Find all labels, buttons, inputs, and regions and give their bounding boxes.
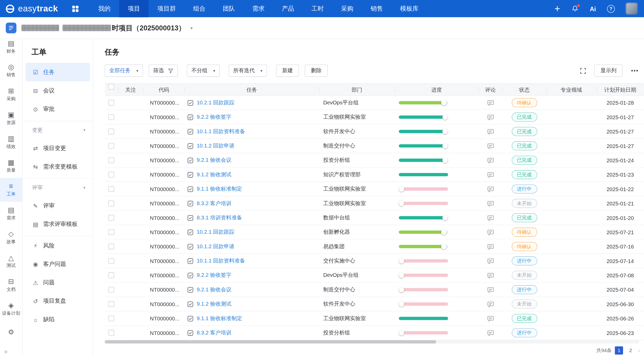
progress-slider[interactable] bbox=[399, 202, 448, 205]
task-link[interactable]: 10.2.1 回款跟踪 bbox=[197, 229, 234, 236]
nav-item-5[interactable]: 团队 bbox=[214, 0, 244, 17]
column-header-1[interactable]: 关注 bbox=[118, 84, 143, 96]
row-checkbox[interactable] bbox=[109, 244, 114, 249]
progress-slider[interactable] bbox=[399, 101, 448, 104]
row-checkbox[interactable] bbox=[109, 215, 114, 221]
progress-slider-knob[interactable] bbox=[441, 244, 447, 249]
progress-slider[interactable] bbox=[399, 303, 448, 306]
project-switcher-caret-icon[interactable]: ▾ bbox=[190, 25, 193, 31]
sidebar-item-review[interactable]: ✎ 评审 bbox=[25, 196, 90, 215]
progress-slider[interactable] bbox=[399, 317, 448, 320]
progress-slider[interactable] bbox=[399, 231, 448, 234]
task-scope-select[interactable]: 全部任务 bbox=[105, 64, 143, 77]
row-checkbox[interactable] bbox=[109, 157, 114, 163]
task-link[interactable]: 9.1.2 验收测试 bbox=[197, 300, 232, 308]
row-checkbox[interactable] bbox=[109, 258, 114, 264]
sidebar-item-requirement-review-template[interactable]: ▤ 需求评审模板 bbox=[25, 215, 90, 233]
rail-item-requirements[interactable]: ▤ 需求 bbox=[0, 202, 22, 226]
progress-slider[interactable] bbox=[399, 331, 448, 334]
comment-icon[interactable] bbox=[487, 128, 494, 135]
comment-icon[interactable] bbox=[487, 286, 494, 293]
table-row[interactable]: NT000000... 9.2.1 验收会议 制造交付中心 进行中 2025-0… bbox=[105, 283, 644, 297]
progress-slider-knob[interactable] bbox=[442, 115, 448, 120]
task-link[interactable]: 10.1.1 回款资料准备 bbox=[197, 128, 245, 135]
next-page-icon[interactable]: › bbox=[638, 347, 640, 354]
create-plus-button[interactable]: + bbox=[554, 4, 560, 14]
task-link[interactable]: 9.2.2 验收签字 bbox=[197, 272, 232, 279]
column-header-9[interactable]: 计划开始日期 bbox=[596, 84, 644, 96]
progress-slider-knob[interactable] bbox=[399, 301, 404, 307]
progress-slider[interactable] bbox=[399, 259, 448, 263]
progress-slider[interactable] bbox=[399, 288, 448, 291]
comment-icon[interactable] bbox=[487, 99, 494, 106]
progress-slider-knob[interactable] bbox=[441, 230, 447, 235]
progress-slider-knob[interactable] bbox=[442, 129, 448, 134]
task-link[interactable]: 9.2.1 验收会议 bbox=[197, 157, 232, 164]
comment-icon[interactable] bbox=[487, 185, 494, 192]
progress-slider-knob[interactable] bbox=[399, 287, 404, 292]
row-checkbox[interactable] bbox=[109, 330, 114, 336]
nav-item-4[interactable]: 组合 bbox=[185, 0, 214, 17]
rail-item-resources[interactable]: ▣ 资源 bbox=[0, 106, 22, 130]
column-header-7[interactable]: 状态 bbox=[502, 84, 546, 96]
row-checkbox[interactable] bbox=[109, 114, 114, 120]
select-all-checkbox[interactable] bbox=[109, 84, 114, 90]
task-link[interactable]: 9.2.1 验收会议 bbox=[197, 286, 232, 293]
comment-icon[interactable] bbox=[487, 315, 494, 322]
task-link[interactable]: 8.3.2 客户培训 bbox=[197, 200, 232, 207]
row-checkbox[interactable] bbox=[109, 172, 114, 177]
rail-item-equipment-plan[interactable]: ◈ 设备计划 bbox=[0, 297, 22, 321]
nav-item-3[interactable]: 项目群 bbox=[149, 0, 185, 17]
table-row[interactable]: NT000000... 10.1.2 回款申请 制造交付中心 已完成 2025-… bbox=[105, 139, 644, 153]
sidebar-item-approvals[interactable]: ⊙ 审批 bbox=[25, 100, 90, 118]
user-avatar[interactable] bbox=[626, 3, 637, 14]
row-checkbox[interactable] bbox=[109, 287, 114, 292]
progress-slider-knob[interactable] bbox=[442, 143, 448, 149]
table-row[interactable]: NT000000... 9.1.1 验收标准制定 工业物联网实验室 已完成 20… bbox=[105, 311, 644, 326]
table-row[interactable]: NT000000... 9.2.2 验收签字 DevOps平台组 未开始 202… bbox=[105, 268, 644, 283]
table-row[interactable]: NT000000... 8.3.2 客户培训 工业物联网实验室 未开始 2025… bbox=[105, 196, 644, 211]
comment-icon[interactable] bbox=[487, 329, 494, 336]
row-checkbox[interactable] bbox=[109, 186, 114, 192]
sidebar-item-defects[interactable]: ☼ 缺陷 bbox=[25, 310, 90, 329]
column-header-5[interactable]: 进度 bbox=[395, 84, 479, 96]
rail-item-stories[interactable]: ◇ 故事 bbox=[0, 226, 22, 250]
rail-expand-icon[interactable]: » bbox=[4, 348, 8, 355]
table-row[interactable]: NT000000... 10.1.2 回款申请 易趋集团 待确认 2025-07… bbox=[105, 239, 644, 254]
sidebar-group-review[interactable]: 评审 ▾ bbox=[23, 178, 93, 197]
sidebar-group-change[interactable]: 变更 ▾ bbox=[23, 121, 93, 139]
progress-slider-knob[interactable] bbox=[399, 330, 404, 335]
progress-slider[interactable] bbox=[399, 116, 448, 119]
more-actions-button[interactable]: ⋯ bbox=[631, 66, 639, 75]
progress-slider-knob[interactable] bbox=[399, 258, 404, 264]
comment-icon[interactable] bbox=[487, 214, 494, 221]
rail-item-procurement[interactable]: ⊞ 采购 bbox=[0, 83, 22, 106]
comment-icon[interactable] bbox=[487, 300, 494, 307]
rail-item-documents[interactable]: ⊟ 文档 bbox=[0, 273, 22, 297]
apps-grid-icon[interactable] bbox=[72, 5, 79, 12]
rail-item-performance[interactable]: ▥ 绩效 bbox=[0, 130, 22, 154]
row-checkbox[interactable] bbox=[109, 315, 114, 321]
table-row[interactable]: NT000000... 9.1.2 验收测试 知识产权管理部 已完成 2025-… bbox=[105, 168, 644, 182]
column-header-8[interactable]: 专业领域 bbox=[546, 84, 596, 96]
progress-slider[interactable] bbox=[399, 130, 448, 133]
rail-item-sales[interactable]: ◎ 销售 bbox=[0, 59, 22, 83]
page-button-1[interactable]: 1 bbox=[615, 346, 623, 355]
task-link[interactable]: 8.3.2 客户培训 bbox=[197, 329, 232, 336]
nav-item-8[interactable]: 工时 bbox=[303, 0, 333, 17]
task-link[interactable]: 10.1.2 回款申请 bbox=[197, 243, 234, 250]
progress-slider[interactable] bbox=[399, 144, 448, 147]
progress-slider[interactable] bbox=[399, 245, 448, 248]
table-row[interactable]: NT000000... 8.3.1 培训资料准备 数据中台组 已完成 2025-… bbox=[105, 211, 644, 225]
row-checkbox[interactable] bbox=[109, 143, 114, 149]
filter-button[interactable]: 筛选 bbox=[149, 64, 178, 77]
progress-slider-knob[interactable] bbox=[399, 201, 404, 206]
row-checkbox[interactable] bbox=[109, 272, 114, 278]
comment-icon[interactable] bbox=[487, 114, 494, 121]
notifications-bell-icon[interactable] bbox=[571, 5, 579, 12]
column-header-6[interactable]: 评论 bbox=[478, 84, 502, 96]
horizontal-scrollbar-thumb[interactable] bbox=[105, 340, 436, 344]
column-header-3[interactable]: 任务 bbox=[184, 84, 319, 96]
help-icon[interactable]: ? bbox=[607, 5, 615, 12]
progress-slider[interactable] bbox=[399, 173, 448, 176]
